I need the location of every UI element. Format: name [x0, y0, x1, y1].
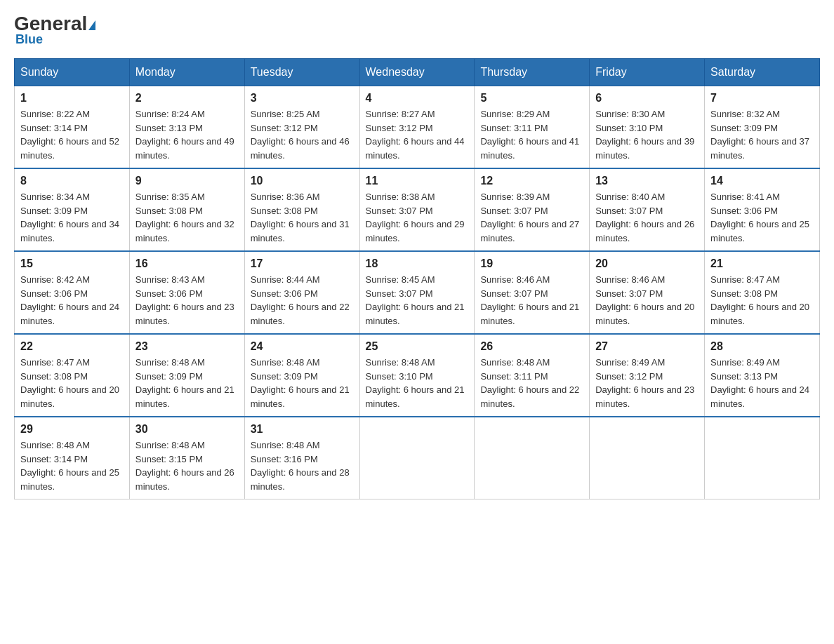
calendar-week-row: 1Sunrise: 8:22 AMSunset: 3:14 PMDaylight…	[15, 86, 820, 169]
day-info: Sunrise: 8:39 AMSunset: 3:07 PMDaylight:…	[480, 190, 583, 245]
day-info: Sunrise: 8:38 AMSunset: 3:07 PMDaylight:…	[366, 190, 469, 245]
day-number: 7	[710, 92, 814, 105]
day-info: Sunrise: 8:35 AMSunset: 3:08 PMDaylight:…	[135, 190, 239, 245]
day-number: 11	[366, 175, 469, 187]
day-number: 6	[595, 92, 699, 105]
day-number: 26	[480, 340, 583, 353]
day-info: Sunrise: 8:48 AMSunset: 3:10 PMDaylight:…	[366, 356, 469, 410]
day-info: Sunrise: 8:47 AMSunset: 3:08 PMDaylight:…	[20, 356, 124, 410]
day-number: 10	[251, 175, 354, 187]
day-info: Sunrise: 8:34 AMSunset: 3:09 PMDaylight:…	[20, 190, 124, 245]
calendar-cell	[475, 417, 590, 499]
day-number: 18	[366, 257, 469, 270]
calendar-cell: 20Sunrise: 8:46 AMSunset: 3:07 PMDayligh…	[590, 251, 705, 334]
calendar-cell: 10Sunrise: 8:36 AMSunset: 3:08 PMDayligh…	[244, 168, 359, 251]
calendar-cell: 4Sunrise: 8:27 AMSunset: 3:12 PMDaylight…	[359, 86, 475, 169]
calendar-week-row: 15Sunrise: 8:42 AMSunset: 3:06 PMDayligh…	[15, 251, 820, 334]
day-info: Sunrise: 8:29 AMSunset: 3:11 PMDaylight:…	[480, 107, 583, 162]
day-number: 17	[251, 257, 354, 270]
calendar-cell: 17Sunrise: 8:44 AMSunset: 3:06 PMDayligh…	[244, 251, 359, 334]
day-number: 4	[366, 92, 469, 105]
day-number: 13	[595, 175, 699, 187]
calendar-cell: 11Sunrise: 8:38 AMSunset: 3:07 PMDayligh…	[359, 168, 475, 251]
calendar-cell: 16Sunrise: 8:43 AMSunset: 3:06 PMDayligh…	[129, 251, 244, 334]
day-info: Sunrise: 8:49 AMSunset: 3:13 PMDaylight:…	[710, 356, 814, 410]
calendar-cell: 23Sunrise: 8:48 AMSunset: 3:09 PMDayligh…	[129, 334, 244, 417]
calendar-week-row: 8Sunrise: 8:34 AMSunset: 3:09 PMDaylight…	[15, 168, 820, 251]
day-number: 24	[251, 340, 354, 353]
day-number: 29	[20, 423, 124, 436]
header-sunday: Sunday	[15, 59, 130, 86]
day-number: 19	[480, 257, 583, 270]
day-info: Sunrise: 8:32 AMSunset: 3:09 PMDaylight:…	[710, 107, 814, 162]
calendar-cell: 8Sunrise: 8:34 AMSunset: 3:09 PMDaylight…	[15, 168, 130, 251]
calendar-cell: 22Sunrise: 8:47 AMSunset: 3:08 PMDayligh…	[15, 334, 130, 417]
day-info: Sunrise: 8:46 AMSunset: 3:07 PMDaylight:…	[480, 273, 583, 328]
day-info: Sunrise: 8:48 AMSunset: 3:09 PMDaylight:…	[251, 356, 354, 410]
calendar-cell: 29Sunrise: 8:48 AMSunset: 3:14 PMDayligh…	[15, 417, 130, 499]
day-number: 25	[366, 340, 469, 353]
day-info: Sunrise: 8:43 AMSunset: 3:06 PMDaylight:…	[135, 273, 239, 328]
day-info: Sunrise: 8:30 AMSunset: 3:10 PMDaylight:…	[595, 107, 699, 162]
calendar-cell: 31Sunrise: 8:48 AMSunset: 3:16 PMDayligh…	[244, 417, 359, 499]
day-info: Sunrise: 8:36 AMSunset: 3:08 PMDaylight:…	[251, 190, 354, 245]
calendar-cell: 3Sunrise: 8:25 AMSunset: 3:12 PMDaylight…	[244, 86, 359, 169]
calendar-cell: 30Sunrise: 8:48 AMSunset: 3:15 PMDayligh…	[129, 417, 244, 499]
calendar-cell: 19Sunrise: 8:46 AMSunset: 3:07 PMDayligh…	[475, 251, 590, 334]
day-info: Sunrise: 8:44 AMSunset: 3:06 PMDaylight:…	[251, 273, 354, 328]
calendar-cell: 12Sunrise: 8:39 AMSunset: 3:07 PMDayligh…	[475, 168, 590, 251]
header-monday: Monday	[129, 59, 244, 86]
calendar-week-row: 22Sunrise: 8:47 AMSunset: 3:08 PMDayligh…	[15, 334, 820, 417]
day-number: 31	[251, 423, 354, 436]
calendar-cell: 18Sunrise: 8:45 AMSunset: 3:07 PMDayligh…	[359, 251, 475, 334]
day-number: 21	[710, 257, 814, 270]
calendar-cell	[705, 417, 820, 499]
day-number: 15	[20, 257, 124, 270]
day-number: 22	[20, 340, 124, 353]
day-info: Sunrise: 8:48 AMSunset: 3:09 PMDaylight:…	[135, 356, 239, 410]
day-number: 5	[480, 92, 583, 105]
day-info: Sunrise: 8:48 AMSunset: 3:14 PMDaylight:…	[20, 438, 124, 493]
calendar-week-row: 29Sunrise: 8:48 AMSunset: 3:14 PMDayligh…	[15, 417, 820, 499]
day-info: Sunrise: 8:40 AMSunset: 3:07 PMDaylight:…	[595, 190, 699, 245]
calendar-table: Sunday Monday Tuesday Wednesday Thursday…	[14, 58, 820, 499]
header-saturday: Saturday	[705, 59, 820, 86]
day-info: Sunrise: 8:48 AMSunset: 3:16 PMDaylight:…	[251, 438, 354, 493]
day-number: 14	[710, 175, 814, 187]
calendar-cell	[590, 417, 705, 499]
calendar-cell: 1Sunrise: 8:22 AMSunset: 3:14 PMDaylight…	[15, 86, 130, 169]
header-tuesday: Tuesday	[244, 59, 359, 86]
calendar-cell: 5Sunrise: 8:29 AMSunset: 3:11 PMDaylight…	[475, 86, 590, 169]
day-number: 23	[135, 340, 239, 353]
calendar-cell: 14Sunrise: 8:41 AMSunset: 3:06 PMDayligh…	[705, 168, 820, 251]
day-number: 20	[595, 257, 699, 270]
calendar-cell: 25Sunrise: 8:48 AMSunset: 3:10 PMDayligh…	[359, 334, 475, 417]
day-number: 28	[710, 340, 814, 353]
calendar-cell: 24Sunrise: 8:48 AMSunset: 3:09 PMDayligh…	[244, 334, 359, 417]
day-number: 9	[135, 175, 239, 187]
calendar-cell: 6Sunrise: 8:30 AMSunset: 3:10 PMDaylight…	[590, 86, 705, 169]
day-number: 16	[135, 257, 239, 270]
day-info: Sunrise: 8:41 AMSunset: 3:06 PMDaylight:…	[710, 190, 814, 245]
day-number: 3	[251, 92, 354, 105]
day-number: 27	[595, 340, 699, 353]
page-header: General Blue	[14, 14, 820, 47]
calendar-cell: 7Sunrise: 8:32 AMSunset: 3:09 PMDaylight…	[705, 86, 820, 169]
header-friday: Friday	[590, 59, 705, 86]
day-number: 30	[135, 423, 239, 436]
day-info: Sunrise: 8:48 AMSunset: 3:11 PMDaylight:…	[480, 356, 583, 410]
day-info: Sunrise: 8:25 AMSunset: 3:12 PMDaylight:…	[251, 107, 354, 162]
day-number: 1	[20, 92, 124, 105]
logo-triangle-icon	[88, 20, 95, 30]
day-info: Sunrise: 8:48 AMSunset: 3:15 PMDaylight:…	[135, 438, 239, 493]
logo-general: General	[14, 13, 87, 34]
day-info: Sunrise: 8:24 AMSunset: 3:13 PMDaylight:…	[135, 107, 239, 162]
logo-text: General	[14, 14, 95, 34]
calendar-cell: 2Sunrise: 8:24 AMSunset: 3:13 PMDaylight…	[129, 86, 244, 169]
calendar-cell: 27Sunrise: 8:49 AMSunset: 3:12 PMDayligh…	[590, 334, 705, 417]
calendar-cell: 15Sunrise: 8:42 AMSunset: 3:06 PMDayligh…	[15, 251, 130, 334]
day-number: 12	[480, 175, 583, 187]
day-info: Sunrise: 8:42 AMSunset: 3:06 PMDaylight:…	[20, 273, 124, 328]
calendar-cell: 21Sunrise: 8:47 AMSunset: 3:08 PMDayligh…	[705, 251, 820, 334]
calendar-cell: 9Sunrise: 8:35 AMSunset: 3:08 PMDaylight…	[129, 168, 244, 251]
